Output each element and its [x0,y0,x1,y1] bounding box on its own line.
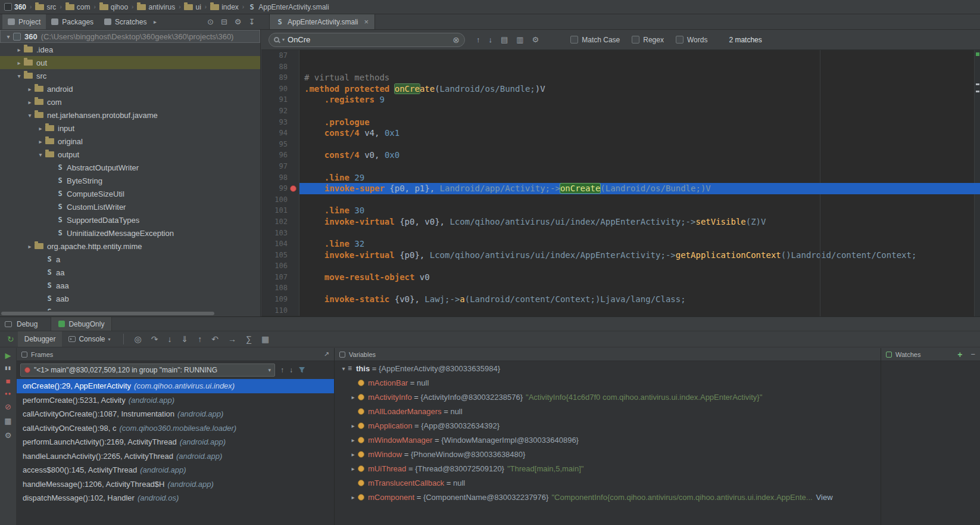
step-over-icon[interactable]: ↷ [151,335,158,343]
option-match-case[interactable]: Match Case [570,36,620,44]
code-line-110[interactable]: 110 [261,305,980,316]
debug-tab-debugger[interactable]: Debugger [18,331,63,347]
frame-item[interactable]: performLaunchActivity():2169, ActivityTh… [17,435,334,449]
rerun-icon[interactable]: ↻ [7,334,14,344]
code-line-103[interactable]: 103 [261,228,980,239]
variable-row-mcomponent[interactable]: ▸mComponent = {ComponentName@83003223797… [335,490,881,504]
expanded-arrow-icon[interactable]: ▾ [25,112,35,119]
expanded-arrow-icon[interactable]: ▾ [36,151,45,158]
pause-icon[interactable]: ▮▮ [2,366,15,371]
expanded-arrow-icon[interactable]: ▾ [339,365,348,372]
remove-watch-icon[interactable]: − [970,350,975,359]
view-link[interactable]: View [816,493,833,502]
checkbox-icon[interactable] [632,36,639,44]
code-line-107[interactable]: 107 move-result-object v0 [261,272,980,283]
variable-row-mwindowmanager[interactable]: ▸mWindowManager = {WindowManagerImpl@830… [335,433,881,447]
tree-item-aa[interactable]: Saa [0,266,260,279]
editor-tab-appenteractivity[interactable]: S AppEnterActivity.smali × [269,14,375,29]
code-line-108[interactable]: 108 [261,282,980,294]
debug-tab-console[interactable]: Console▾ [62,331,117,347]
next-frame-icon[interactable]: ↓ [289,366,293,374]
tree-item-org-apache-http-entity-mime[interactable]: ▸org.apache.http.entity.mime [0,240,260,253]
tree-item-original[interactable]: ▸original [0,135,260,148]
add-watch-icon[interactable]: + [957,350,962,359]
tree-item-aaa[interactable]: Saaa [0,279,260,292]
collapsed-arrow-icon[interactable]: ▸ [14,60,24,66]
variable-row-mallloadermanagers[interactable]: mAllLoaderManagers = null [335,404,881,418]
breadcrumb-item-appenteractivity-smali[interactable]: SAppEnterActivity.smali [246,3,330,11]
checkbox-icon[interactable] [570,36,578,44]
frame-item[interactable]: callActivityOnCreate():1087, Instrumenta… [17,407,334,421]
breadcrumb-item-src[interactable]: src [33,3,58,11]
breadcrumb-item-antivirus[interactable]: antivirus [135,3,177,11]
force-step-into-icon[interactable]: ⇓ [181,335,188,343]
frame-item[interactable]: callActivityOnCreate():98, c(com.qihoo36… [17,421,334,436]
show-execution-point-icon[interactable]: ◎ [135,335,142,343]
variable-row-mwindow[interactable]: ▸mWindow = {PhoneWindow@830033638480} [335,447,881,461]
settings-icon[interactable]: ⚙ [2,431,15,439]
tool-tab-packages[interactable]: Packages [46,14,99,29]
code-line-87[interactable]: 87 [261,50,980,61]
code-line-104[interactable]: 104 .line 32 [261,238,980,250]
code-line-88[interactable]: 88 [261,61,980,73]
chevron-right-icon[interactable]: ▸ [154,18,157,25]
frame-item[interactable]: handleLaunchActivity():2265, ActivityThr… [17,449,334,464]
collapsed-arrow-icon[interactable]: ▸ [349,465,357,472]
code-line-109[interactable]: 109 invoke-static {v0}, Lawj;->a(Landroi… [261,294,980,305]
search-input[interactable] [288,35,450,44]
breadcrumb-item-qihoo[interactable]: qihoo [98,3,130,11]
stop-icon[interactable]: ■ [2,377,15,385]
tree-item-aab[interactable]: Saab [0,292,260,305]
float-panel-icon[interactable]: ↗ [324,350,329,358]
previous-frame-icon[interactable]: ↑ [280,366,284,374]
checkbox-icon[interactable] [676,36,683,44]
frame-item[interactable]: performCreate():5231, Activity(android.a… [17,393,334,408]
search-settings-icon[interactable]: ⚙ [532,36,539,44]
tree-item-abstractoutputwriter[interactable]: SAbstractOutputWriter [0,161,260,174]
code-line-92[interactable]: 92 [261,105,980,117]
tree-item-a[interactable]: Sa [0,253,260,266]
breakpoint-icon[interactable] [290,185,297,192]
variable-row-mactionbar[interactable]: mActionBar = null [335,375,881,390]
collapsed-arrow-icon[interactable]: ▸ [349,494,357,501]
resume-icon[interactable]: ▶ [2,352,15,359]
variable-row-this[interactable]: ▾≡this = {AppEnterActivity@830033635984} [335,361,881,375]
settings-icon[interactable]: ⚙ [235,18,242,26]
collapsed-arrow-icon[interactable]: ▸ [25,243,35,250]
frame-item[interactable]: access$800():145, ActivityThread(android… [17,463,334,477]
search-match-marker[interactable] [976,83,979,85]
tree-item-src[interactable]: ▾src [0,69,260,82]
hide-icon[interactable]: ↧ [248,18,255,26]
variable-row-mapplication[interactable]: ▸mApplication = {App@830032634392} [335,418,881,433]
tree-item-computesizeutil[interactable]: SComputeSizeUtil [0,187,260,200]
step-into-icon[interactable]: ↓ [167,335,171,343]
collapsed-arrow-icon[interactable]: ▸ [25,99,35,105]
run-to-cursor-icon[interactable]: → [228,335,236,343]
variable-row-mtranslucentcallback[interactable]: mTranslucentCallback = null [335,476,881,490]
restore-layout-icon[interactable]: ▦ [2,417,15,425]
frame-item[interactable]: dispatchMessage():102, Handler(android.o… [17,491,334,505]
tree-item-360[interactable]: ▾360 (C:\Users\bingghost\Desktop\360geek… [0,30,260,43]
variable-row-muithread[interactable]: ▸mUiThread = {Thread@830072509120}"Threa… [335,461,881,476]
code-line-98[interactable]: 98 .line 29 [261,172,980,184]
collapsed-arrow-icon[interactable]: ▸ [349,423,357,429]
highlight-results-icon[interactable]: ▥ [516,36,523,44]
code-line-91[interactable]: 91 .registers 9 [261,94,980,105]
tree-item-input[interactable]: ▸input [0,122,260,135]
search-field[interactable]: ▾ ⊗ [269,33,465,47]
option-regex[interactable]: Regex [632,36,664,44]
code-line-106[interactable]: 106 [261,260,980,272]
breadcrumb-item-360[interactable]: 360 [2,3,28,11]
horizontal-scrollbar[interactable] [0,310,260,316]
code-line-90[interactable]: 90.method protected onCreate(Landroid/os… [261,83,980,95]
hide-library-frames-icon[interactable] [298,366,305,374]
tree-item-android[interactable]: ▸android [0,82,260,95]
next-occurrence-icon[interactable]: ↓ [489,36,493,44]
collapsed-arrow-icon[interactable]: ▸ [25,86,35,92]
tool-tab-project[interactable]: Project [2,14,46,29]
collapsed-arrow-icon[interactable]: ▸ [36,138,45,145]
code-line-97[interactable]: 97 [261,161,980,172]
drop-frame-icon[interactable]: ↶ [211,335,219,343]
collapsed-arrow-icon[interactable]: ▸ [349,451,357,458]
code-line-96[interactable]: 96 const/4 v0, 0x0 [261,150,980,161]
